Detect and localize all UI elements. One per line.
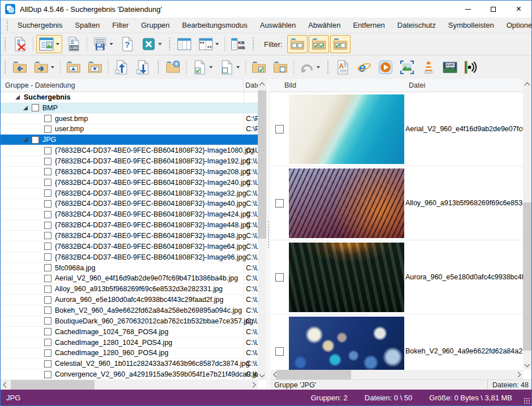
toolbar-grip[interactable] bbox=[3, 37, 6, 51]
show-log-button[interactable]: LOG bbox=[63, 35, 84, 53]
expander-icon[interactable] bbox=[23, 137, 28, 142]
row-checkbox[interactable] bbox=[32, 104, 39, 111]
play-audio-button[interactable] bbox=[461, 57, 482, 77]
dropdown-arrow-icon[interactable] bbox=[215, 43, 219, 45]
tree-row[interactable]: Aerial_V2_960_e4f16d9ab2de9e07fc69b471b3… bbox=[1, 273, 258, 284]
row-checkbox[interactable] bbox=[44, 200, 51, 208]
scrollbar-thumb[interactable] bbox=[258, 90, 266, 239]
column-header-datei[interactable]: Datei bbox=[244, 81, 258, 89]
row-checkbox[interactable] bbox=[44, 306, 51, 314]
file-row[interactable]: Alloy_960_a913b5f968269f69c6e8532d3e2823… bbox=[271, 166, 523, 240]
row-checkbox[interactable] bbox=[44, 275, 51, 282]
scrollbar-thumb[interactable] bbox=[11, 380, 94, 390]
column-header-gruppe-dateiendung[interactable]: Gruppe - Dateiendung bbox=[1, 79, 244, 92]
tree-row[interactable]: Convergence_V2_960_a4291915a9e359b054f1e… bbox=[1, 369, 258, 380]
toolbar-grip[interactable] bbox=[326, 60, 329, 75]
menu-item-gruppen[interactable]: Gruppen bbox=[135, 21, 176, 29]
dropdown-arrow-icon[interactable] bbox=[56, 43, 59, 45]
row-checkbox[interactable] bbox=[44, 253, 51, 261]
row-checkbox[interactable] bbox=[44, 339, 51, 346]
deselect-file-button[interactable] bbox=[217, 57, 243, 77]
menu-item-optionen[interactable]: Optionen bbox=[500, 21, 532, 29]
row-checkbox[interactable] bbox=[44, 179, 51, 186]
resize-grip[interactable] bbox=[524, 398, 530, 404]
dropdown-arrow-icon[interactable] bbox=[209, 66, 213, 68]
toolbar-grip[interactable] bbox=[168, 37, 171, 51]
help-button[interactable]: ? bbox=[117, 35, 137, 53]
folder-options-button[interactable] bbox=[163, 57, 183, 77]
tree-row[interactable]: Alloy_960_a913b5f968269f69c6e8532d3e2823… bbox=[1, 284, 258, 295]
dropdown-arrow-icon[interactable] bbox=[51, 66, 54, 68]
row-checkbox[interactable] bbox=[44, 371, 51, 378]
tree-row[interactable]: user.bmpC:\P bbox=[1, 124, 258, 135]
close-button[interactable]: × bbox=[506, 1, 531, 18]
tree-row[interactable]: Bokeh_V2_960_4a9e6622fd62a84a258eb269895… bbox=[1, 305, 258, 316]
open-image-viewer-button[interactable] bbox=[397, 57, 417, 77]
close-search-result-button[interactable] bbox=[139, 35, 165, 53]
scrollbar-thumb[interactable] bbox=[276, 370, 351, 379]
menu-item-filter[interactable]: Filter bbox=[106, 21, 135, 29]
save-search-result-button[interactable] bbox=[90, 35, 116, 53]
row-checkbox[interactable] bbox=[32, 136, 39, 144]
column-header-select[interactable] bbox=[271, 79, 284, 92]
tree-vertical-scrollbar[interactable] bbox=[258, 79, 266, 380]
image-thumbnail-aerial[interactable] bbox=[289, 94, 404, 164]
files-vertical-scrollbar[interactable] bbox=[523, 79, 531, 370]
tree-row[interactable]: guest.bmpC:\P bbox=[1, 114, 258, 124]
column-header-datei[interactable]: Datei bbox=[402, 81, 523, 89]
file-checkbox[interactable] bbox=[275, 347, 284, 356]
tree-row[interactable]: CachedImage_1024_768_POS4.jpgC:\U bbox=[1, 327, 258, 338]
open-vlc-button[interactable] bbox=[418, 57, 439, 77]
menu-item-suchergebnis[interactable]: Suchergebnis bbox=[11, 21, 69, 29]
toolbar-grip[interactable] bbox=[157, 60, 159, 75]
show-exif-button[interactable]: EXIF bbox=[440, 57, 460, 77]
expander-icon[interactable] bbox=[23, 106, 28, 110]
row-checkbox[interactable] bbox=[44, 158, 51, 165]
file-row[interactable]: Aerial_V2_960_e4f16d9ab2de9e07fc69b471b3… bbox=[271, 92, 523, 166]
row-checkbox[interactable] bbox=[44, 328, 51, 335]
deselect-folder-button[interactable] bbox=[270, 57, 291, 77]
scroll-left-button[interactable] bbox=[1, 380, 9, 390]
history-forward-button[interactable] bbox=[31, 57, 57, 77]
tree-row[interactable]: 5fc0968a.jpgC:\U bbox=[1, 263, 258, 274]
filter-groups-partial-selection-button[interactable] bbox=[330, 35, 351, 53]
image-thumbnail-bokeh[interactable] bbox=[289, 317, 404, 370]
file-row[interactable]: Bokeh_V2_960_4a9e6622fd62a84a258eb269895… bbox=[271, 314, 523, 370]
row-checkbox[interactable] bbox=[44, 168, 51, 175]
tree-row[interactable]: {76832BC4-DD37-4BE0-9FEC-BB6041808F32}-I… bbox=[1, 220, 258, 231]
expander-icon[interactable] bbox=[15, 95, 20, 100]
dropdown-arrow-icon[interactable] bbox=[317, 66, 320, 68]
minimize-button[interactable] bbox=[455, 1, 481, 18]
undo-button[interactable] bbox=[297, 57, 323, 77]
tree-row[interactable]: {76832BC4-DD37-4BE0-9FEC-BB6041808F32}-I… bbox=[1, 252, 258, 263]
menu-item-entfernen[interactable]: Entfernen bbox=[347, 21, 391, 29]
tree-row[interactable]: Celestial_V2_960_1b011c282433a37463b96c8… bbox=[1, 359, 258, 369]
menu-item-ausw-hlen[interactable]: Auswählen bbox=[254, 21, 302, 29]
toggle-preview-pane-button[interactable] bbox=[36, 35, 62, 53]
tree-row[interactable]: {76832BC4-DD37-4BE0-9FEC-BB6041808F32}-I… bbox=[1, 209, 258, 220]
row-checkbox[interactable] bbox=[44, 115, 51, 122]
tree-row[interactable]: {76832BC4-DD37-4BE0-9FEC-BB6041808F32}-I… bbox=[1, 178, 258, 188]
tree-row[interactable]: Suchergebnis bbox=[1, 92, 258, 103]
file-checkbox[interactable] bbox=[275, 273, 284, 282]
tree-horizontal-scrollbar[interactable] bbox=[1, 380, 258, 390]
row-checkbox[interactable] bbox=[44, 147, 51, 154]
row-checkbox[interactable] bbox=[44, 286, 51, 293]
column-width-button[interactable] bbox=[196, 35, 222, 53]
scrollbar-thumb[interactable] bbox=[523, 202, 531, 351]
tree-row[interactable]: {76832BC4-DD37-4BE0-9FEC-BB6041808F32}-I… bbox=[1, 156, 258, 167]
file-row[interactable]: Aurora_960_e5e180d0afc4c9938bc4f43c29faa… bbox=[271, 240, 523, 314]
menu-item-bearbeitungsmodus[interactable]: Bearbeitungsmodus bbox=[176, 21, 254, 29]
select-file-button[interactable] bbox=[189, 57, 215, 77]
scroll-down-button[interactable] bbox=[523, 360, 531, 370]
layout-columns-button[interactable] bbox=[174, 35, 194, 53]
folder-down-button[interactable] bbox=[85, 57, 105, 77]
toolbar-grip[interactable] bbox=[3, 60, 6, 75]
row-checkbox[interactable] bbox=[44, 232, 51, 239]
row-checkbox[interactable] bbox=[44, 296, 51, 304]
tree-row[interactable]: {76832BC4-DD37-4BE0-9FEC-BB6041808F32}-I… bbox=[1, 199, 258, 210]
select-folder-button[interactable] bbox=[249, 57, 269, 77]
row-checkbox[interactable] bbox=[44, 126, 51, 133]
maximize-button[interactable] bbox=[481, 1, 506, 18]
scroll-up-button[interactable] bbox=[523, 79, 531, 89]
